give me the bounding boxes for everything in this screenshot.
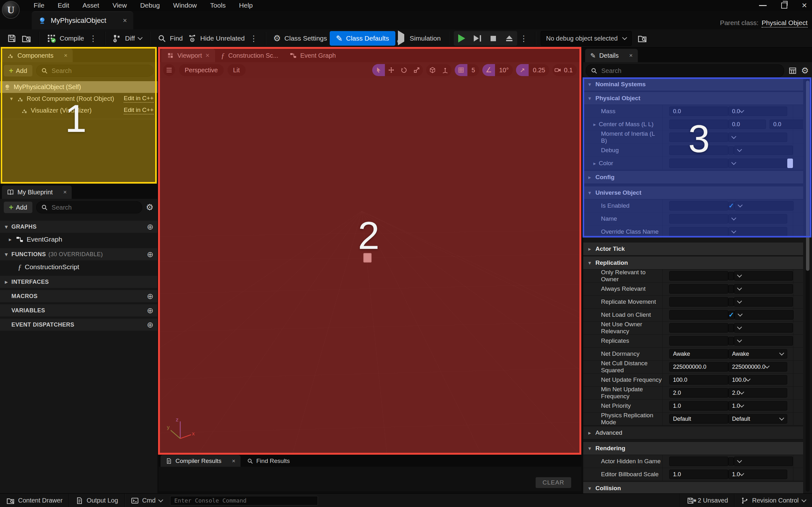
details-row[interactable]: Rendering bbox=[583, 442, 803, 455]
tab-construction-script[interactable]: ƒ Construction Sc... bbox=[215, 49, 284, 62]
grid-snap-icon[interactable] bbox=[455, 64, 467, 76]
scale-snap-value[interactable]: 0.25 bbox=[529, 67, 549, 74]
details-row[interactable]: Collision bbox=[583, 482, 803, 493]
expander-icon[interactable]: ▾ bbox=[4, 224, 9, 230]
details-row[interactable]: Actor Hidden In Game bbox=[583, 455, 803, 468]
details-row[interactable]: Replicate Movement bbox=[583, 295, 803, 308]
property-value-field[interactable] bbox=[669, 146, 728, 155]
details-row[interactable]: Net Update Frequency 100.0 100.0 bbox=[583, 374, 803, 387]
edit-in-cpp-link[interactable]: Edit in C++ bbox=[124, 107, 154, 114]
property-value-field[interactable]: 100.0 bbox=[669, 375, 728, 385]
add-function-icon[interactable]: ⊕ bbox=[147, 250, 154, 259]
close-icon[interactable]: × bbox=[629, 52, 633, 59]
components-search-input[interactable] bbox=[51, 67, 149, 75]
category-expander-icon[interactable] bbox=[588, 174, 591, 181]
property-checkbox[interactable] bbox=[728, 202, 734, 210]
add-blueprint-item-button[interactable]: +Add bbox=[4, 202, 32, 213]
menu-item[interactable]: Asset bbox=[83, 2, 99, 9]
move-tool-icon[interactable] bbox=[385, 64, 398, 76]
category-expander-icon[interactable] bbox=[588, 81, 591, 88]
property-value-field[interactable] bbox=[669, 297, 728, 306]
property-dropdown[interactable] bbox=[734, 310, 794, 320]
property-value-field[interactable]: 1.0 bbox=[669, 469, 728, 479]
viewport-menu-icon[interactable] bbox=[163, 64, 175, 76]
details-row[interactable]: Is Enabled bbox=[583, 200, 803, 213]
property-checkbox[interactable] bbox=[728, 324, 734, 332]
details-row[interactable]: Physical Object bbox=[583, 92, 803, 105]
category-expander-icon[interactable] bbox=[588, 445, 591, 452]
tab-viewport[interactable]: Viewport × bbox=[161, 49, 215, 62]
property-dropdown[interactable] bbox=[728, 227, 787, 236]
class-settings-button[interactable]: ⚙Class Settings bbox=[271, 31, 329, 46]
section-functions[interactable]: ▾FUNCTIONS(30 OVERRIDABLE)⊕ bbox=[0, 248, 157, 260]
property-value-field[interactable] bbox=[669, 457, 728, 466]
details-row[interactable]: Net Priority 1.0 1.0 bbox=[583, 399, 803, 412]
property-dropdown[interactable]: 100.0 bbox=[728, 375, 787, 385]
tab-find-results[interactable]: Find Results bbox=[241, 455, 296, 467]
property-checkbox[interactable] bbox=[728, 298, 734, 306]
close-icon[interactable]: × bbox=[63, 189, 67, 195]
category-expander-icon[interactable] bbox=[588, 430, 591, 436]
details-row[interactable]: Min Net Update Frequency 2.0 2.0 bbox=[583, 387, 803, 399]
property-dropdown[interactable] bbox=[728, 132, 787, 142]
grid-snap-value[interactable]: 5 bbox=[467, 67, 479, 74]
play-options-icon[interactable]: ⋮ bbox=[517, 34, 530, 43]
details-row[interactable]: Net Load on Client bbox=[583, 308, 803, 322]
close-icon[interactable]: × bbox=[205, 51, 209, 60]
viewport-canvas[interactable]: z y x bbox=[159, 78, 581, 454]
details-row[interactable]: Debug bbox=[583, 144, 803, 157]
details-row[interactable]: Color bbox=[583, 157, 803, 170]
property-expander-icon[interactable] bbox=[593, 160, 596, 166]
rotation-snap-value[interactable]: 10° bbox=[495, 67, 513, 74]
property-dropdown[interactable]: 1.0 bbox=[728, 401, 787, 411]
expander-icon[interactable]: ▾ bbox=[9, 96, 14, 102]
section-variables[interactable]: VARIABLES⊕ bbox=[0, 304, 157, 317]
property-checkbox[interactable] bbox=[728, 311, 734, 319]
property-value-field[interactable] bbox=[669, 284, 728, 294]
lit-dropdown[interactable]: Lit bbox=[227, 64, 246, 76]
tab-components[interactable]: Components × bbox=[2, 49, 73, 62]
add-macro-icon[interactable]: ⊕ bbox=[147, 292, 154, 301]
menu-item[interactable]: Edit bbox=[58, 2, 69, 9]
my-blueprint-search-input[interactable] bbox=[51, 204, 137, 212]
scale-tool-icon[interactable] bbox=[410, 64, 423, 76]
hide-unrelated-button[interactable]: Hide Unrelated bbox=[185, 31, 247, 46]
hide-unrelated-options-icon[interactable]: ⋮ bbox=[247, 34, 260, 43]
property-dropdown[interactable]: 225000000.0 bbox=[728, 362, 787, 372]
property-checkbox[interactable] bbox=[728, 146, 734, 155]
property-value-field[interactable]: 1.0 bbox=[669, 401, 728, 411]
property-checkbox[interactable] bbox=[728, 272, 734, 280]
debug-object-dropdown[interactable]: No debug object selected bbox=[541, 31, 632, 46]
property-value-field[interactable] bbox=[669, 119, 728, 129]
close-icon[interactable]: × bbox=[802, 1, 807, 10]
world-coordinate-icon[interactable] bbox=[426, 64, 439, 76]
details-row[interactable]: Always Relevant bbox=[583, 283, 803, 295]
property-checkbox[interactable] bbox=[728, 285, 734, 293]
details-row[interactable]: Moment of Inertia (L B) bbox=[583, 131, 803, 144]
camera-speed-control[interactable]: 0.1 bbox=[552, 64, 577, 76]
close-icon[interactable]: × bbox=[64, 52, 67, 59]
debug-browse-button[interactable] bbox=[635, 31, 650, 46]
expander-icon[interactable]: ▾ bbox=[4, 251, 9, 258]
details-row[interactable]: Config bbox=[583, 171, 803, 184]
category-expander-icon[interactable] bbox=[588, 95, 591, 102]
property-value-field[interactable] bbox=[669, 271, 728, 281]
parent-class-link[interactable]: Physical Object bbox=[762, 19, 808, 27]
property-expander-icon[interactable] bbox=[593, 121, 596, 127]
close-icon[interactable]: × bbox=[123, 16, 127, 25]
category-expander-icon[interactable] bbox=[588, 189, 591, 196]
property-dropdown[interactable]: Awake bbox=[728, 349, 787, 358]
section-macros[interactable]: MACROS⊕ bbox=[0, 290, 157, 302]
menu-item[interactable]: Tools bbox=[210, 2, 225, 9]
property-value-field[interactable]: Awake bbox=[669, 349, 728, 358]
angle-snap-icon[interactable]: ∠ bbox=[482, 64, 495, 76]
details-row[interactable]: Net Cull Distance Squared 225000000.0 22… bbox=[583, 360, 803, 374]
tab-my-blueprint[interactable]: My Blueprint × bbox=[2, 185, 72, 199]
components-search[interactable] bbox=[36, 65, 154, 77]
revision-control-button[interactable]: Revision Control bbox=[734, 494, 812, 507]
details-row[interactable]: Universe Object bbox=[583, 186, 803, 200]
section-graphs[interactable]: ▾GRAPHS⊕ bbox=[0, 221, 157, 233]
gear-icon[interactable]: ⚙ bbox=[146, 203, 154, 212]
category-expander-icon[interactable] bbox=[588, 246, 591, 252]
tree-row-visualizer[interactable]: Visualizer (Visualizer) Edit in C++ bbox=[0, 105, 157, 116]
